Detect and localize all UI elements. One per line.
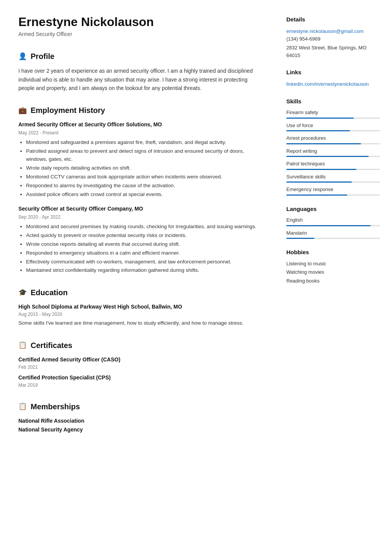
skill-item: Emergency response [286,186,380,196]
skill-name: Use of force [286,122,380,129]
languages-section: Languages EnglishMandarin [286,205,380,239]
details-section: Details ernestyne.nickolauson@gmail.com … [286,15,380,59]
language-item: Mandarin [286,229,380,239]
membership-container: National Rifle AssociationNational Secur… [18,417,262,434]
employment-heading: 💼 Employment History [18,105,262,116]
profile-heading: 👤 Profile [18,51,262,62]
cert-date: Mar 2019 [18,382,262,389]
edu-desc: Some skills I've learned are time manage… [18,319,262,327]
job-bullet: Monitored and secured premises by making… [26,223,262,231]
skills-container: Firearm safetyUse of forceArrest procedu… [286,109,380,196]
skill-name: Firearm safety [286,109,380,116]
edu-container: High School Diploma at Parkway West High… [18,303,262,327]
job-title: Security Officer at Security Officer Com… [18,205,262,213]
language-bar-fill [286,225,371,226]
job-dates: Sep 2020 - Apr 2022 [18,214,262,221]
skill-bar-fill [286,181,352,183]
certificates-icon: 📋 [18,340,27,350]
job-bullet: Monitored CCTV cameras and took appropri… [26,173,262,181]
edu-dates: Aug 2015 - May 2020 [18,311,262,318]
languages-container: EnglishMandarin [286,216,380,239]
skill-name: Report writing [286,147,380,155]
job-bullet: Patrolled assigned areas to prevent and … [26,147,262,163]
cert-title: Certified Protection Specialist (CPS) [18,374,262,382]
skill-bar-fill [286,194,347,196]
language-name: English [286,216,380,224]
header: Ernestyne Nickolauson Armed Security Off… [18,15,262,38]
candidate-title: Armed Security Officer [18,30,262,38]
memberships-heading: 📋 Memberships [18,401,262,412]
links-section: Links linkedin.com/in/ernestynenickolaus… [286,68,380,88]
job-title: Armed Security Officer at Security Offic… [18,121,262,129]
skill-item: Surveillance skills [286,173,380,183]
cert-date: Feb 2021 [18,364,262,371]
language-bar-fill [286,238,314,239]
skill-item: Patrol techniques [286,160,380,170]
job-bullet: Responded to emergency situations in a c… [26,249,262,257]
skill-name: Arrest procedures [286,134,380,142]
skill-bar-bg [286,181,380,183]
email-link[interactable]: ernestyne.nickolauson@gmail.com [286,28,364,34]
job-item: Armed Security Officer at Security Offic… [18,121,262,198]
skill-item: Firearm safety [286,109,380,119]
language-bar-bg [286,225,380,226]
skills-section: Skills Firearm safetyUse of forceArrest … [286,97,380,196]
phone: (134) 954-6969 [286,35,380,43]
candidate-name: Ernestyne Nickolauson [18,15,262,29]
links-container: linkedin.com/in/ernestynenickolauson [286,80,380,88]
employment-icon: 💼 [18,105,27,116]
skill-item: Arrest procedures [286,134,380,144]
edu-item: High School Diploma at Parkway West High… [18,303,262,327]
skill-bar-bg [286,194,380,196]
skill-bar-bg [286,118,380,119]
job-bullet: Responded to alarms by investigating the… [26,182,262,190]
cert-title: Certified Armed Security Officer (CASO) [18,356,262,364]
profile-section: 👤 Profile I have over 2 years of experie… [18,51,262,92]
skill-bar-bg [286,143,380,144]
hobbies-container: Listening to musicWatching moviesReading… [286,260,380,285]
jobs-container: Armed Security Officer at Security Offic… [18,121,262,275]
job-bullet: Monitored and safeguarded a premises aga… [26,139,262,147]
certificates-section: 📋 Certificates Certified Armed Security … [18,340,262,389]
linkedin-link[interactable]: linkedin.com/in/ernestynenickolauson [286,81,369,87]
education-icon: 🎓 [18,288,27,298]
job-bullet: Wrote daily reports detailing activities… [26,164,262,172]
language-name: Mandarin [286,229,380,237]
skill-bar-fill [286,118,354,119]
skill-name: Patrol techniques [286,160,380,168]
hobby-item: Watching movies [286,268,380,276]
cert-container: Certified Armed Security Officer (CASO)F… [18,356,262,389]
skills-heading: Skills [286,97,380,106]
job-dates: May 2022 - Present [18,129,262,136]
skill-bar-fill [286,130,350,131]
skill-item: Report writing [286,147,380,157]
skill-bar-fill [286,169,356,170]
side-column: Details ernestyne.nickolauson@gmail.com … [277,0,392,554]
details-heading: Details [286,15,380,24]
hobbies-heading: Hobbies [286,248,380,257]
language-item: English [286,216,380,226]
membership-item: National Security Agency [18,426,262,434]
skill-name: Surveillance skills [286,173,380,181]
memberships-section: 📋 Memberships National Rifle Association… [18,401,262,434]
skill-bar-fill [286,156,369,157]
membership-item: National Rifle Association [18,417,262,425]
memberships-icon: 📋 [18,401,27,412]
skill-bar-bg [286,130,380,131]
education-heading: 🎓 Education [18,287,262,298]
profile-icon: 👤 [18,51,27,62]
edu-title: High School Diploma at Parkway West High… [18,303,262,311]
links-heading: Links [286,68,380,77]
language-bar-bg [286,238,380,239]
hobby-item: Reading books [286,277,380,285]
main-column: Ernestyne Nickolauson Armed Security Off… [0,0,277,554]
job-item: Security Officer at Security Officer Com… [18,205,262,275]
profile-text: I have over 2 years of experience as an … [18,67,262,92]
hobby-item: Listening to music [286,260,380,268]
languages-heading: Languages [286,205,380,214]
skill-bar-fill [286,143,361,144]
skill-bar-bg [286,156,380,157]
job-bullet: Assisted police officers with crowd cont… [26,191,262,199]
education-section: 🎓 Education High School Diploma at Parkw… [18,287,262,327]
resume-page: Ernestyne Nickolauson Armed Security Off… [0,0,392,554]
